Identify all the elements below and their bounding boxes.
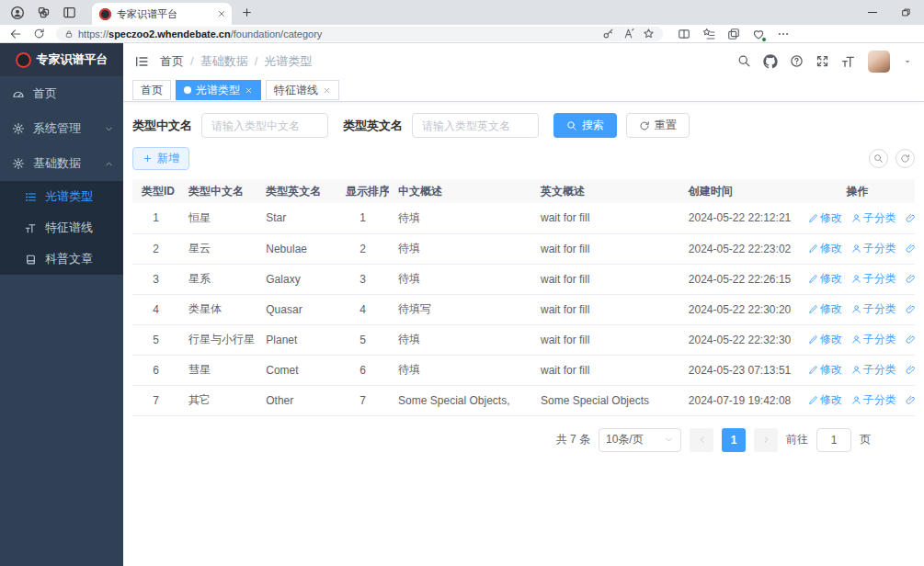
favorite-star-icon[interactable] bbox=[643, 28, 655, 40]
toggle-search-button[interactable] bbox=[869, 149, 888, 168]
fullscreen-icon[interactable] bbox=[816, 54, 829, 68]
more-menu-icon[interactable] bbox=[777, 28, 790, 40]
paperclip-icon bbox=[906, 365, 915, 375]
table-toolbar: 新增 bbox=[132, 147, 915, 170]
next-page-button[interactable] bbox=[754, 428, 778, 452]
edit-link[interactable]: 修改 bbox=[808, 392, 842, 408]
cell-display-order: 2 bbox=[337, 233, 389, 264]
back-icon[interactable] bbox=[9, 28, 22, 40]
subcategory-link[interactable]: 子分类 bbox=[851, 392, 896, 408]
sidebar-item-home[interactable]: 首页 bbox=[0, 76, 123, 111]
reset-button[interactable]: 重置 bbox=[626, 113, 690, 138]
restore-button[interactable] bbox=[893, 3, 918, 23]
col-actions: 操作 bbox=[800, 179, 915, 203]
cell-desc-cn: 待填 bbox=[389, 324, 531, 355]
cell-desc-cn: 待填 bbox=[389, 203, 531, 233]
minimize-button[interactable] bbox=[860, 3, 885, 23]
password-key-icon[interactable] bbox=[602, 28, 614, 40]
cell-display-order: 6 bbox=[337, 355, 389, 385]
goto-label: 前往 bbox=[786, 432, 808, 447]
sidebar-collapse-icon[interactable] bbox=[134, 54, 149, 69]
edit-link[interactable]: 修改 bbox=[808, 332, 842, 347]
cell-desc-en: Some Special Objects bbox=[531, 385, 679, 415]
browser-profile-icon[interactable] bbox=[7, 3, 28, 23]
avatar[interactable] bbox=[868, 51, 890, 73]
github-icon[interactable] bbox=[763, 54, 778, 69]
subcategory-link[interactable]: 子分类 bbox=[851, 210, 896, 226]
page-number-button[interactable]: 1 bbox=[722, 428, 746, 452]
sidebar-item-spectrum-type[interactable]: 光谱类型 bbox=[0, 181, 123, 212]
cell-name-en: Planet bbox=[257, 324, 337, 355]
subcategory-link[interactable]: 子分类 bbox=[851, 271, 896, 287]
breadcrumb-basic-data[interactable]: 基础数据 bbox=[200, 53, 248, 70]
subcategory-link[interactable]: 子分类 bbox=[851, 332, 896, 347]
annotate-attributes-link[interactable]: 标注属性 bbox=[906, 392, 915, 408]
tab-actions-icon[interactable] bbox=[59, 3, 79, 23]
type-name-cn-input[interactable] bbox=[201, 113, 328, 138]
tag-close-icon[interactable] bbox=[245, 86, 253, 95]
sidebar-item-feature-lines[interactable]: 特征谱线 bbox=[0, 212, 123, 243]
sidebar-item-science-articles[interactable]: 科普文章 bbox=[0, 243, 123, 275]
cell-desc-cn: 待填 bbox=[389, 355, 531, 385]
cell-display-order: 3 bbox=[337, 264, 389, 294]
goto-page-input[interactable] bbox=[816, 428, 851, 452]
user-icon bbox=[851, 274, 861, 284]
edit-link[interactable]: 修改 bbox=[808, 362, 842, 378]
add-button[interactable]: 新增 bbox=[132, 147, 189, 170]
breadcrumb-home[interactable]: 首页 bbox=[160, 53, 184, 70]
tag-feature-lines[interactable]: 特征谱线 bbox=[266, 80, 339, 100]
annotate-attributes-link[interactable]: 标注属性 bbox=[906, 210, 915, 226]
edit-link[interactable]: 修改 bbox=[808, 210, 842, 226]
favorites-icon[interactable] bbox=[702, 28, 715, 40]
annotate-attributes-link[interactable]: 标注属性 bbox=[906, 301, 915, 317]
browser-tab[interactable]: 专家识谱平台 bbox=[92, 3, 232, 25]
user-menu-caret-icon[interactable] bbox=[902, 56, 913, 67]
sidebar-item-basic-data[interactable]: 基础数据 bbox=[0, 146, 123, 181]
pagination: 共 7 条 10条/页 1 前往 页 bbox=[132, 428, 871, 452]
header-search-icon[interactable] bbox=[737, 54, 751, 68]
edit-link[interactable]: 修改 bbox=[808, 271, 842, 287]
edit-link[interactable]: 修改 bbox=[808, 301, 842, 317]
font-size-icon[interactable] bbox=[841, 54, 856, 69]
type-name-en-input[interactable] bbox=[412, 113, 539, 138]
sidebar-item-system-management[interactable]: 系统管理 bbox=[0, 111, 123, 146]
prev-page-button[interactable] bbox=[690, 428, 713, 452]
browser-essentials-icon[interactable] bbox=[752, 28, 765, 40]
user-icon bbox=[851, 365, 861, 375]
browser-window: 专家识谱平台 https://speczoo2.whendebate.cn/fo… bbox=[0, 0, 924, 43]
refresh-table-button[interactable] bbox=[895, 149, 915, 168]
table-row: 4 类星体 Quasar 4 待填写 wait for fill 2024-05… bbox=[132, 294, 915, 324]
annotate-attributes-link[interactable]: 标注属性 bbox=[906, 241, 915, 256]
tag-spectrum-type[interactable]: 光谱类型 bbox=[176, 80, 261, 100]
subcategory-link[interactable]: 子分类 bbox=[851, 301, 896, 317]
tag-close-icon[interactable] bbox=[323, 86, 331, 95]
edit-icon bbox=[808, 213, 818, 223]
search-button[interactable]: 搜索 bbox=[553, 113, 617, 138]
table-header-row: 类型ID 类型中文名 类型英文名 显示排序 中文概述 英文概述 创建时间 操作 bbox=[132, 179, 915, 203]
help-icon[interactable] bbox=[790, 54, 804, 68]
edit-icon bbox=[808, 365, 818, 375]
paperclip-icon bbox=[906, 213, 915, 223]
collections-icon[interactable] bbox=[727, 28, 740, 40]
split-screen-icon[interactable] bbox=[678, 28, 690, 40]
edit-link[interactable]: 修改 bbox=[808, 241, 842, 256]
tag-home[interactable]: 首页 bbox=[132, 80, 171, 100]
annotate-attributes-link[interactable]: 标注属性 bbox=[906, 271, 915, 287]
address-bar[interactable]: https://speczoo2.whendebate.cn/foundatio… bbox=[56, 27, 663, 41]
subcategory-link[interactable]: 子分类 bbox=[851, 241, 896, 256]
tab-close-icon[interactable] bbox=[217, 9, 226, 18]
new-tab-button[interactable] bbox=[241, 6, 253, 18]
col-name-cn: 类型中文名 bbox=[179, 179, 257, 203]
read-aloud-icon[interactable] bbox=[622, 28, 634, 40]
reload-icon[interactable] bbox=[33, 28, 45, 40]
page-size-select[interactable]: 10条/页 bbox=[599, 428, 681, 452]
workspaces-icon[interactable] bbox=[33, 3, 53, 23]
table-row: 6 彗星 Comet 6 待填 wait for fill 2024-05-23… bbox=[132, 355, 915, 385]
annotate-attributes-link[interactable]: 标注属性 bbox=[906, 332, 915, 347]
sidebar-submenu: 光谱类型 特征谱线 科普文章 bbox=[0, 181, 123, 275]
annotate-attributes-link[interactable]: 标注属性 bbox=[906, 362, 915, 378]
cell-name-cn: 彗星 bbox=[179, 355, 257, 385]
cell-desc-en: wait for fill bbox=[531, 355, 679, 385]
cell-actions: 修改子分类标注属性 bbox=[800, 355, 915, 385]
subcategory-link[interactable]: 子分类 bbox=[851, 362, 896, 378]
